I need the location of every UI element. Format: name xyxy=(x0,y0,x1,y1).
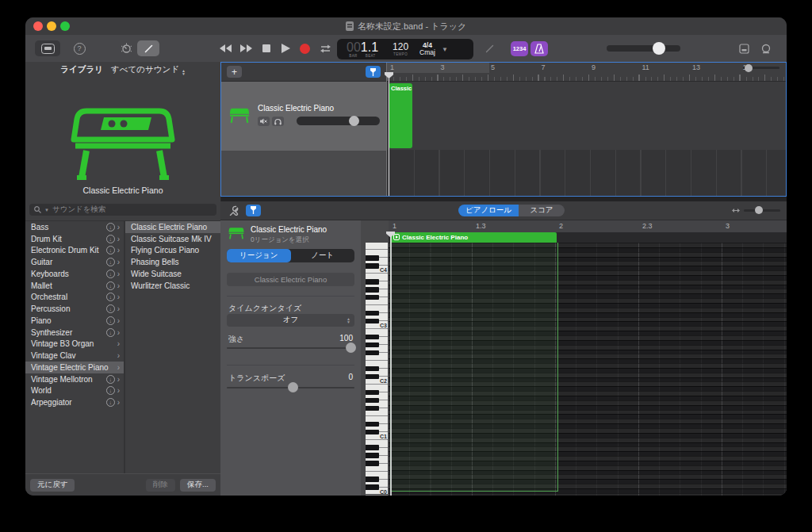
lcd-key-signature[interactable]: 4/4 Cmaj xyxy=(419,42,435,56)
category-arpeggiator[interactable]: Arpeggiator↓› xyxy=(25,396,124,408)
track-header[interactable]: Classic Electric Piano xyxy=(221,82,386,151)
quick-help-button[interactable]: ? xyxy=(71,40,87,56)
track-volume-slider[interactable] xyxy=(297,117,380,125)
piano-key-black[interactable] xyxy=(366,287,379,292)
transpose-knob[interactable] xyxy=(288,382,298,392)
piano-key-black[interactable] xyxy=(366,263,379,268)
piano-key-black[interactable] xyxy=(366,319,379,323)
sound-wurlitzer-classic[interactable]: Wurlitzer Classic xyxy=(125,280,220,292)
download-icon[interactable]: ↓ xyxy=(106,270,115,278)
search-scope-chevron-icon[interactable]: ▼ xyxy=(44,208,49,212)
category-bass[interactable]: Bass↓› xyxy=(25,221,124,233)
segment-region[interactable]: リージョン xyxy=(227,249,291,262)
piano-key-black[interactable] xyxy=(366,477,379,481)
category-drum-kit[interactable]: Drum Kit↓› xyxy=(25,233,124,245)
piano-key-black[interactable] xyxy=(366,335,379,339)
playhead-line[interactable] xyxy=(389,73,390,196)
category-vintage-clav[interactable]: Vintage Clav› xyxy=(25,350,124,362)
piano-key-black[interactable] xyxy=(366,311,379,316)
category-keyboards[interactable]: Keyboards↓› xyxy=(25,268,124,280)
download-icon[interactable]: ↓ xyxy=(106,398,115,407)
notepad-button[interactable] xyxy=(736,40,752,56)
lcd-display[interactable]: 001.1 BAR BEAT 120 TEMPO 4/4 Cmaj ▼ xyxy=(337,39,473,59)
save-button[interactable]: 保存... xyxy=(180,479,216,492)
category-world[interactable]: World↓› xyxy=(25,385,124,397)
piano-key-black[interactable] xyxy=(366,374,379,379)
track-name[interactable]: Classic Electric Piano xyxy=(258,104,334,113)
category-piano[interactable]: Piano↓› xyxy=(25,315,124,327)
segment-note[interactable]: ノート xyxy=(291,249,355,262)
timeline[interactable]: 13579111315 Classic xyxy=(387,63,786,196)
piano-key-black[interactable] xyxy=(366,350,379,355)
record-button[interactable] xyxy=(295,40,314,56)
cycle-button[interactable] xyxy=(316,40,335,56)
piano-key-black[interactable] xyxy=(366,398,379,403)
count-in-button[interactable]: 1234 xyxy=(511,41,528,56)
stop-button[interactable] xyxy=(257,40,276,56)
piano-key-black[interactable] xyxy=(366,453,379,457)
volume-knob[interactable] xyxy=(653,42,665,55)
category-synthesizer[interactable]: Synthesizer↓› xyxy=(25,327,124,339)
download-icon[interactable]: ↓ xyxy=(106,316,115,325)
add-track-button[interactable]: + xyxy=(227,66,242,78)
lcd-tempo[interactable]: 120 TEMPO xyxy=(393,42,408,56)
piano-key-black[interactable] xyxy=(366,255,379,260)
piano-key-black[interactable] xyxy=(366,406,379,411)
editor-zoom-control[interactable] xyxy=(732,208,780,213)
search-input[interactable]: ▼ サウンドを検索 xyxy=(29,204,216,216)
tuner-button[interactable] xyxy=(481,40,497,56)
piano-roll-grid[interactable]: 11.322.33 Classic Electric Piano xyxy=(389,220,787,496)
sound-classic-electric-piano[interactable]: Classic Electric Piano xyxy=(125,221,220,233)
category-mallet[interactable]: Mallet↓› xyxy=(25,280,124,292)
download-icon[interactable]: ↓ xyxy=(106,281,115,290)
piano-key-black[interactable] xyxy=(366,430,379,434)
lcd-position[interactable]: 001.1 BAR BEAT xyxy=(347,41,378,58)
midi-region[interactable]: Classic xyxy=(389,83,412,148)
piano-key-black[interactable] xyxy=(366,279,379,284)
tab-score[interactable]: スコア xyxy=(519,205,565,216)
mute-button[interactable] xyxy=(258,117,270,126)
library-toggle-button[interactable] xyxy=(35,40,60,56)
revert-button[interactable]: 元に戻す xyxy=(30,479,75,492)
timeline-zoom-slider[interactable] xyxy=(743,67,779,69)
download-icon[interactable]: ↓ xyxy=(106,223,115,232)
download-icon[interactable]: ↓ xyxy=(106,304,115,313)
quantize-dropdown[interactable]: オフ ▲▼ xyxy=(227,314,354,327)
category-electronic-drum-kit[interactable]: Electronic Drum Kit↓› xyxy=(25,245,124,257)
piano-key-black[interactable] xyxy=(366,366,379,371)
play-button[interactable] xyxy=(276,40,295,56)
metronome-button[interactable] xyxy=(530,41,548,56)
solo-button[interactable] xyxy=(272,117,284,126)
sound-flying-circus-piano[interactable]: Flying Circus Piano xyxy=(125,245,220,257)
forward-button[interactable] xyxy=(236,40,255,56)
tab-piano-roll[interactable]: ピアノロール xyxy=(458,205,519,216)
sound-classic-suitcase-mk-iv[interactable]: Classic Suitcase Mk IV xyxy=(125,233,220,245)
piano-key-black[interactable] xyxy=(366,445,379,450)
category-vintage-b3-organ[interactable]: Vintage B3 Organ› xyxy=(25,339,124,350)
library-filter-popup[interactable]: すべてのサウンド▲▼ xyxy=(111,64,186,75)
sound-wide-suitcase[interactable]: Wide Suitcase xyxy=(125,268,220,280)
category-vintage-electric-piano[interactable]: Vintage Electric Piano› xyxy=(25,362,124,373)
download-icon[interactable]: ↓ xyxy=(106,386,115,395)
patch-name-button[interactable]: Classic Electric Piano xyxy=(227,273,354,286)
velocity-slider[interactable] xyxy=(227,347,354,350)
loop-browser-button[interactable] xyxy=(758,40,774,56)
editor-zoom-knob[interactable] xyxy=(755,206,763,214)
editor-playhead-line[interactable] xyxy=(390,232,392,496)
category-percussion[interactable]: Percussion↓› xyxy=(25,303,124,315)
download-icon[interactable]: ↓ xyxy=(106,293,115,301)
download-icon[interactable]: ↓ xyxy=(106,375,115,384)
editor-region-header[interactable]: Classic Electric Piano xyxy=(390,232,557,243)
piano-key-black[interactable] xyxy=(366,390,379,395)
master-volume-slider[interactable] xyxy=(607,45,680,52)
piano-keyboard[interactable]: C4C3C2C1C0 xyxy=(366,243,388,495)
download-icon[interactable]: ↓ xyxy=(106,235,115,243)
editor-settings-button[interactable] xyxy=(225,205,241,216)
title-bar[interactable]: 名称未設定.band - トラック xyxy=(25,17,787,36)
bar-ruler[interactable]: 13579111315 xyxy=(387,63,786,82)
zoom-knob[interactable] xyxy=(745,64,753,72)
category-orchestral[interactable]: Orchestral↓› xyxy=(25,292,124,304)
download-icon[interactable]: ↓ xyxy=(106,258,115,266)
piano-key-f4[interactable] xyxy=(366,243,388,251)
download-icon[interactable]: ↓ xyxy=(106,246,115,255)
